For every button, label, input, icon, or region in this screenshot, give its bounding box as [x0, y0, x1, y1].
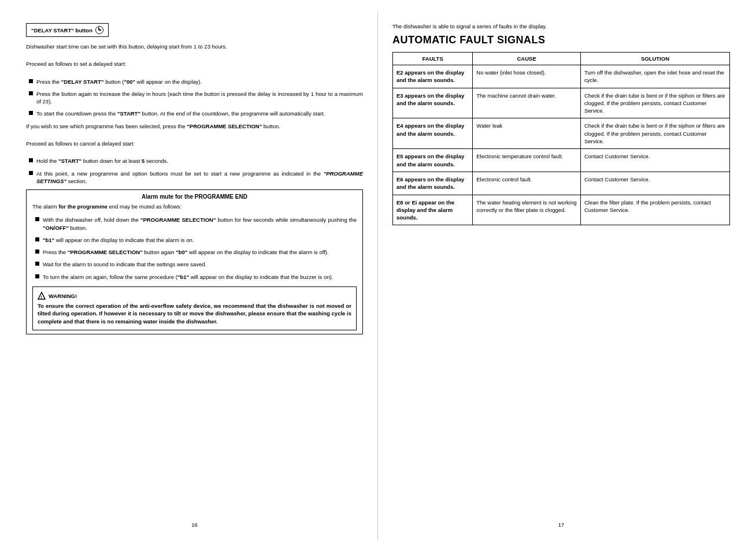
- bullet-icon: [29, 91, 33, 95]
- alarm-mute-intro: The alarm for the programme end may be m…: [32, 203, 357, 210]
- fault-cell: E4 appears on the display and the alarm …: [393, 118, 473, 149]
- delay-intro2: Proceed as follows to set a delayed star…: [26, 60, 363, 68]
- delay-mid-text: If you wish to see which programme has b…: [26, 122, 363, 130]
- bullet-icon: [29, 158, 33, 162]
- solution-cell: Check if the drain tube is bent or if th…: [580, 118, 729, 149]
- table-row: E3 appears on the display and the alarm …: [393, 88, 730, 118]
- fault-title: AUTOMATIC FAULT SIGNALS: [392, 34, 730, 46]
- cause-cell: No water (inlet hose closed).: [473, 65, 581, 88]
- bullet-icon: [29, 111, 33, 115]
- fault-intro: The dishwasher is able to signal a serie…: [392, 23, 730, 29]
- right-page: The dishwasher is able to signal a serie…: [378, 12, 744, 539]
- bullet-icon: [35, 262, 39, 266]
- bullet-icon: [35, 217, 39, 221]
- item-text: To turn the alarm on again, follow the s…: [43, 273, 333, 281]
- list-item: With the dishwasher off, hold down the "…: [35, 216, 357, 232]
- solution-cell: Check if the drain tube is bent or if th…: [580, 88, 729, 118]
- item-text: Hold the "START" button down for at leas…: [36, 157, 168, 165]
- list-item: Press the "DELAY START" button ("00" wil…: [29, 78, 363, 85]
- table-header-row: FAULTS CAUSE SOLUTION: [393, 53, 730, 65]
- delay-set-list: Press the "DELAY START" button ("00" wil…: [29, 78, 363, 118]
- list-item: To start the countdown press the "START"…: [29, 110, 363, 117]
- delay-intro1: Dishwasher start time can be set with th…: [26, 43, 363, 50]
- list-item: "b1" will appear on the display to indic…: [35, 236, 357, 244]
- delay-start-header: "DELAY START" button: [26, 23, 109, 37]
- item-text: With the dishwasher off, hold down the "…: [43, 216, 357, 232]
- list-item: Hold the "START" button down for at leas…: [29, 157, 363, 165]
- list-item: Press the "PROGRAMME SELECTION" button a…: [35, 248, 357, 256]
- bullet-icon: [29, 79, 33, 83]
- fault-cell: E5 appears on the display and the alarm …: [393, 149, 473, 172]
- bullet-icon: [35, 274, 39, 278]
- list-item: At this point, a new programme and optio…: [29, 170, 363, 185]
- item-text: Wait for the alarm to sound to indicate …: [43, 260, 206, 268]
- table-row: E8 or Ei appear on the display and the a…: [393, 195, 730, 225]
- fault-table: FAULTS CAUSE SOLUTION E2 appears on the …: [392, 52, 730, 225]
- alarm-mute-title: Alarm mute for the PROGRAMME END: [32, 193, 357, 200]
- bullet-icon: [29, 171, 33, 175]
- delay-start-section: "DELAY START" button Dishwasher start ti…: [26, 23, 363, 185]
- solution-cell: Turn off the dishwasher, open the inlet …: [580, 65, 729, 88]
- table-row: E6 appears on the display and the alarm …: [393, 172, 730, 195]
- cause-cell: The water heating element is not working…: [473, 195, 581, 225]
- alarm-mute-list: With the dishwasher off, hold down the "…: [35, 216, 357, 281]
- item-text: Press the "DELAY START" button ("00" wil…: [36, 78, 202, 85]
- cause-cell: Electronic control fault.: [473, 172, 581, 195]
- list-item: To turn the alarm on again, follow the s…: [35, 273, 357, 281]
- list-item: Press the button again to increase the d…: [29, 90, 363, 106]
- delay-clock-icon: [95, 26, 103, 34]
- bullet-icon: [35, 237, 39, 241]
- solution-cell: Contact Customer Service.: [580, 149, 729, 172]
- table-row: E2 appears on the display and the alarm …: [393, 65, 730, 88]
- svg-text:!: !: [40, 295, 42, 300]
- table-row: E5 appears on the display and the alarm …: [393, 149, 730, 172]
- warning-triangle-icon: !: [38, 292, 46, 300]
- item-text: At this point, a new programme and optio…: [36, 170, 363, 185]
- cause-cell: Water leak: [473, 118, 581, 149]
- cause-cell: Electronic temperature control fault.: [473, 149, 581, 172]
- warning-label: WARNING!: [49, 293, 77, 299]
- list-item: Wait for the alarm to sound to indicate …: [35, 260, 357, 268]
- warning-box: ! WARNING! To ensure the correct operati…: [32, 286, 357, 330]
- cause-cell: The machine cannot drain water.: [473, 88, 581, 118]
- delay-cancel-title: Proceed as follows to cancel a delayed s…: [26, 140, 363, 147]
- warning-header: ! WARNING!: [38, 292, 351, 300]
- right-page-number: 17: [558, 522, 565, 528]
- left-page: "DELAY START" button Dishwasher start ti…: [12, 12, 378, 539]
- col-cause: CAUSE: [473, 53, 581, 65]
- delay-start-title: "DELAY START" button: [31, 27, 92, 33]
- item-text: "b1" will appear on the display to indic…: [43, 236, 194, 244]
- fault-cell: E6 appears on the display and the alarm …: [393, 172, 473, 195]
- solution-cell: Contact Customer Service.: [580, 172, 729, 195]
- table-row: E4 appears on the display and the alarm …: [393, 118, 730, 149]
- fault-cell: E2 appears on the display and the alarm …: [393, 65, 473, 88]
- item-text: Press the "PROGRAMME SELECTION" button a…: [43, 248, 329, 256]
- item-text: Press the button again to increase the d…: [36, 90, 363, 106]
- fault-cell: E3 appears on the display and the alarm …: [393, 88, 473, 118]
- delay-cancel-list: Hold the "START" button down for at leas…: [29, 157, 363, 185]
- bullet-icon: [35, 250, 39, 254]
- warning-text: To ensure the correct operation of the a…: [38, 302, 351, 325]
- fault-cell: E8 or Ei appear on the display and the a…: [393, 195, 473, 225]
- col-faults: FAULTS: [393, 53, 473, 65]
- col-solution: SOLUTION: [580, 53, 729, 65]
- alarm-mute-section: Alarm mute for the PROGRAMME END The ala…: [26, 189, 363, 334]
- item-text: To start the countdown press the "START"…: [36, 110, 325, 117]
- solution-cell: Clean the filter plate. If the problem p…: [580, 195, 729, 225]
- left-page-number: 16: [191, 522, 198, 528]
